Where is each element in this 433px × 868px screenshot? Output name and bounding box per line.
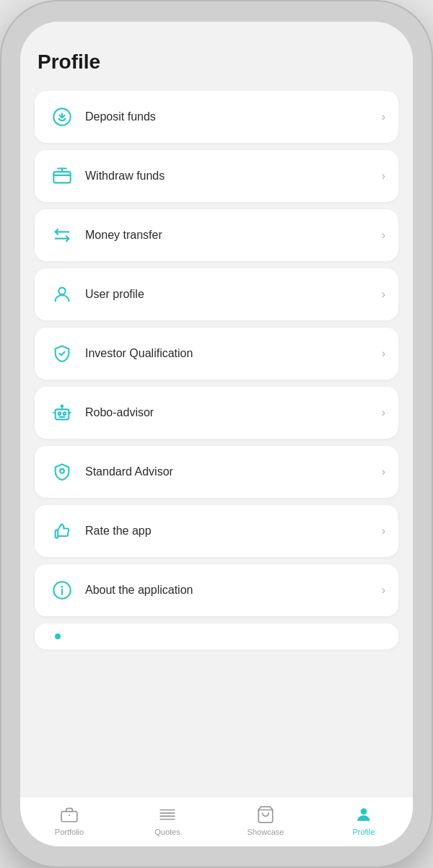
partial-menu-item[interactable] (35, 623, 398, 649)
robo-advisor-chevron: › (382, 406, 385, 419)
menu-item-money-transfer[interactable]: Money transfer › (35, 209, 398, 261)
menu-item-withdraw-funds[interactable]: Withdraw funds › (35, 150, 398, 202)
investor-qualification-chevron: › (382, 347, 385, 360)
withdraw-funds-chevron: › (382, 170, 385, 183)
investor-qualification-label: Investor Qualification (85, 347, 382, 360)
standard-advisor-chevron: › (382, 465, 385, 478)
deposit-funds-label: Deposit funds (85, 110, 382, 123)
transfer-icon (48, 221, 76, 250)
nav-quotes-label: Quotes (154, 828, 180, 836)
svg-point-7 (60, 469, 64, 473)
deposit-icon (48, 102, 76, 131)
bottom-nav: Portfolio Quotes (20, 797, 413, 846)
svg-rect-11 (61, 812, 77, 822)
svg-rect-3 (56, 409, 69, 419)
person-icon (354, 805, 374, 825)
nav-portfolio-label: Portfolio (55, 828, 84, 836)
user-profile-label: User profile (85, 288, 382, 301)
nav-item-portfolio[interactable]: Portfolio (20, 805, 118, 836)
svg-point-2 (58, 288, 65, 294)
partial-icon (48, 631, 71, 642)
shield-check-icon (48, 339, 76, 368)
standard-advisor-label: Standard Advisor (85, 465, 382, 478)
about-app-chevron: › (382, 584, 385, 597)
user-icon (48, 280, 76, 309)
phone-shell: Profile Deposit funds › (0, 0, 433, 868)
svg-point-6 (61, 405, 63, 407)
menu-item-investor-qualification[interactable]: Investor Qualification › (35, 328, 398, 380)
nav-item-profile[interactable]: Profile (315, 805, 413, 836)
menu-list: Deposit funds › Withdraw funds › (35, 91, 398, 652)
thumbup-icon (48, 517, 76, 545)
rate-app-label: Rate the app (85, 525, 382, 538)
menu-item-about-app[interactable]: About the application › (35, 564, 398, 616)
deposit-funds-chevron: › (382, 110, 385, 123)
menu-item-robo-advisor[interactable]: Robo-advisor › (35, 387, 398, 439)
money-transfer-label: Money transfer (85, 229, 382, 242)
menu-item-user-profile[interactable]: User profile › (35, 268, 398, 320)
info-icon (48, 576, 76, 605)
shopping-bag-icon (255, 805, 276, 825)
menu-item-deposit-funds[interactable]: Deposit funds › (35, 91, 398, 143)
svg-point-5 (64, 412, 66, 415)
nav-item-quotes[interactable]: Quotes (118, 805, 216, 836)
robot-icon (48, 398, 76, 427)
robo-advisor-label: Robo-advisor (85, 406, 382, 419)
svg-point-4 (58, 412, 61, 415)
nav-profile-label: Profile (352, 828, 375, 836)
user-profile-chevron: › (382, 288, 385, 301)
advisor-icon (48, 457, 76, 486)
rate-app-chevron: › (382, 525, 385, 538)
money-transfer-chevron: › (382, 229, 385, 242)
menu-item-standard-advisor[interactable]: Standard Advisor › (35, 446, 398, 498)
briefcase-icon (59, 805, 79, 825)
nav-item-showcase[interactable]: Showcase (216, 805, 315, 836)
nav-showcase-label: Showcase (248, 828, 284, 836)
withdraw-funds-label: Withdraw funds (85, 170, 382, 183)
phone-screen: Profile Deposit funds › (20, 22, 413, 846)
svg-rect-1 (53, 172, 70, 183)
list-icon (157, 805, 178, 825)
svg-point-18 (361, 808, 367, 815)
about-app-label: About the application (85, 584, 382, 597)
screen-content: Profile Deposit funds › (20, 22, 413, 797)
page-title: Profile (35, 51, 398, 74)
withdraw-icon (48, 162, 76, 190)
menu-item-rate-app[interactable]: Rate the app › (35, 505, 398, 557)
